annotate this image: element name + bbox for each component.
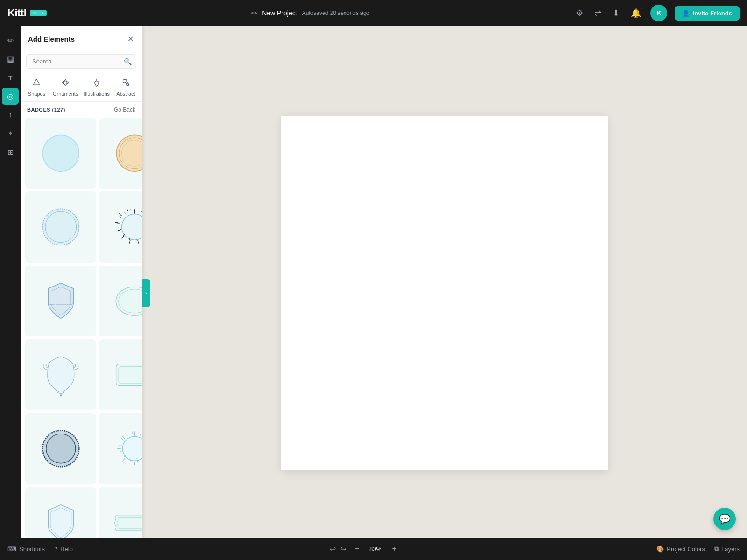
badge-2[interactable] (99, 118, 142, 189)
svg-line-65 (123, 436, 126, 439)
project-colors-button[interactable]: 🎨 Project Colors (656, 546, 705, 553)
help-button[interactable]: ? Help (54, 546, 73, 553)
help-icon: ? (54, 546, 57, 553)
layers-icon: ⧉ (714, 545, 719, 553)
search-input[interactable] (26, 54, 136, 69)
sidebar-grid-button[interactable]: ⊞ (2, 144, 19, 161)
badge-10[interactable] (99, 413, 142, 484)
header-right: ⚙ ⇌ ⬇ 🔔 K 👤 Invite Friends (574, 5, 740, 21)
illustrations-label: Illustrations (84, 91, 110, 97)
notifications-button[interactable]: 🔔 (629, 6, 643, 20)
zoom-in-button[interactable]: + (388, 543, 400, 554)
help-label: Help (60, 546, 73, 553)
abstract-label: Abstract (116, 91, 135, 97)
panel-header: Add Elements ✕ (21, 26, 142, 49)
badge-7[interactable] (25, 339, 96, 410)
bottom-bar: ⌨ Shortcuts ? Help ↩ ↪ − 80% + 🎨 Project… (0, 538, 747, 560)
chat-icon: 💬 (719, 513, 731, 525)
svg-point-43 (123, 437, 142, 461)
shapes-label: Shapes (28, 91, 45, 97)
svg-point-3 (42, 135, 79, 171)
section-title: BADGES (127) (27, 107, 65, 112)
canvas-area[interactable] (142, 26, 747, 560)
svg-line-2 (126, 79, 129, 85)
svg-line-33 (115, 222, 118, 223)
header-left: Kittl BETA (7, 7, 47, 19)
shortcuts-icon: ⌨ (7, 546, 16, 553)
chevron-right-icon: › (145, 290, 147, 296)
zoom-out-button[interactable]: − (351, 543, 362, 554)
tab-illustrations[interactable]: Illustrations (82, 75, 112, 99)
svg-line-32 (117, 230, 120, 231)
illustrations-icon (92, 78, 101, 90)
badge-8[interactable] (99, 339, 142, 410)
app-header: Kittl BETA ✏ New Project Autosaved 20 se… (0, 0, 747, 26)
svg-rect-39 (116, 364, 142, 385)
svg-line-57 (132, 431, 133, 434)
layers-label: Layers (721, 546, 740, 553)
svg-line-45 (140, 433, 141, 436)
sidebar-table-button[interactable]: ▦ (2, 50, 19, 67)
svg-line-30 (129, 240, 130, 243)
tab-ornaments[interactable]: Ornaments (51, 75, 80, 99)
panel-title: Add Elements (28, 35, 75, 43)
badge-9[interactable] (25, 413, 96, 484)
shortcuts-label: Shortcuts (19, 546, 45, 553)
redo-button[interactable]: ↪ (340, 545, 346, 553)
svg-line-23 (131, 209, 131, 212)
zoom-value[interactable]: 80% (366, 546, 385, 553)
badge-4[interactable] (99, 191, 142, 262)
canvas-surface[interactable] (281, 116, 608, 470)
svg-line-55 (121, 438, 124, 440)
svg-point-36 (116, 287, 142, 315)
abstract-icon (121, 78, 131, 90)
undo-button[interactable]: ↩ (330, 545, 336, 553)
go-back-button[interactable]: Go Back (114, 106, 135, 113)
autosaved-status: Autosaved 20 seconds ago (302, 10, 370, 16)
badge-5[interactable] (25, 266, 96, 336)
category-tabs: Shapes Ornaments Illustrations (21, 73, 142, 102)
settings-button[interactable]: ⚙ (574, 6, 585, 20)
svg-point-0 (123, 79, 126, 83)
badge-6[interactable] (99, 266, 142, 336)
invite-icon: 👤 (682, 10, 690, 17)
avatar[interactable]: K (650, 5, 667, 21)
search-icon: 🔍 (124, 58, 132, 65)
layers-button[interactable]: ⧉ Layers (714, 545, 740, 553)
invite-label: Invite Friends (692, 10, 732, 17)
tab-abstract[interactable]: Abstract (113, 75, 138, 99)
palette-icon: 🎨 (656, 546, 664, 553)
badge-3[interactable] (25, 191, 96, 262)
sidebar-upload-button[interactable]: ↑ (2, 106, 19, 123)
panel-close-button[interactable]: ✕ (127, 34, 134, 44)
tab-shapes[interactable]: Shapes (24, 75, 49, 99)
upload-icon: ↑ (8, 111, 12, 119)
svg-line-35 (127, 209, 128, 211)
svg-point-9 (122, 214, 142, 240)
svg-line-29 (138, 240, 139, 243)
sidebar-edit-button[interactable]: ✏ (2, 32, 19, 49)
badge-1[interactable] (25, 118, 96, 189)
invite-friends-button[interactable]: 👤 Invite Friends (675, 6, 740, 21)
share-button[interactable]: ⇌ (592, 6, 603, 20)
svg-point-38 (60, 394, 62, 396)
search-bar: 🔍 (26, 54, 136, 69)
section-header: BADGES (127) Go Back (21, 102, 142, 116)
chat-fab-button[interactable]: 💬 (713, 508, 736, 530)
ornaments-icon (61, 78, 70, 90)
app-logo: Kittl (7, 7, 26, 19)
svg-point-7 (42, 209, 79, 245)
elements-panel: Add Elements ✕ 🔍 Shapes Ornaments (21, 26, 142, 560)
sidebar-elements-button[interactable]: ◎ (2, 88, 19, 105)
bottom-center: ↩ ↪ − 80% + (330, 543, 400, 554)
sidebar-camera-button[interactable]: ⌖ (2, 125, 19, 142)
panel-collapse-handle[interactable]: › (142, 279, 150, 307)
project-name[interactable]: New Project (262, 9, 297, 17)
svg-line-21 (119, 217, 121, 218)
svg-line-56 (126, 433, 128, 436)
sidebar-text-button[interactable]: T (2, 69, 19, 86)
shortcuts-button[interactable]: ⌨ Shortcuts (7, 546, 45, 553)
table-icon: ▦ (7, 55, 14, 63)
svg-line-19 (119, 229, 121, 231)
download-button[interactable]: ⬇ (611, 6, 621, 20)
